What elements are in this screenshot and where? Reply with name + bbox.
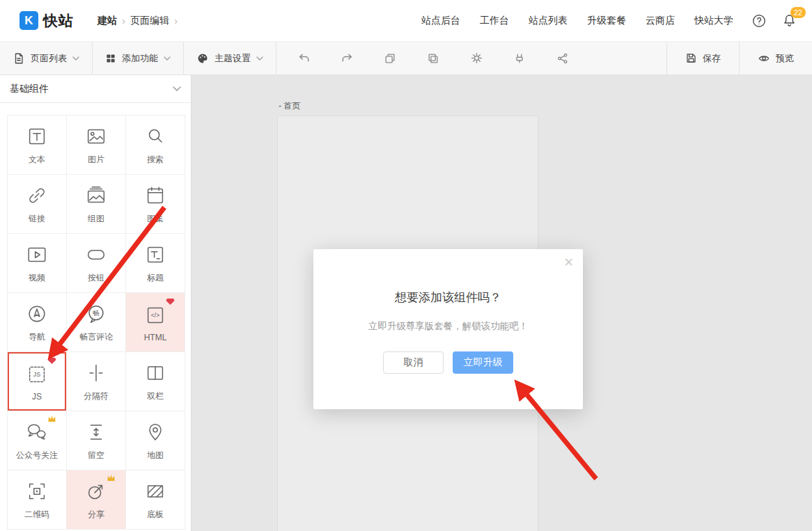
comment-icon: 畅 [84, 301, 108, 326]
nav-site-admin[interactable]: 站点后台 [421, 15, 460, 27]
button-icon [84, 242, 108, 267]
component-spacer[interactable]: 留空 [67, 411, 126, 470]
header-nav: 站点后台工作台站点列表升级套餐云商店快站大学 [402, 15, 733, 27]
component-text[interactable]: 文本 [8, 116, 67, 175]
component-label: 图片 [88, 154, 104, 166]
upgrade-button[interactable]: 立即升级 [453, 351, 513, 374]
spacer-icon [84, 420, 108, 445]
component-label: 分隔符 [84, 390, 109, 402]
dialog-title: 想要添加该组件吗？ [313, 290, 583, 306]
vip-gem-badge [47, 357, 56, 365]
component-comment[interactable]: 畅畅言评论 [67, 293, 126, 352]
toolbar-icon-buttons [282, 42, 584, 74]
dialog-subtitle: 立即升级尊享版套餐，解锁该功能吧！ [313, 320, 583, 333]
qrcode-icon [25, 479, 49, 504]
map-icon [143, 420, 167, 445]
wechat-follow-icon [25, 420, 49, 445]
nav-icon [25, 301, 49, 326]
notification-badge: 22 [790, 7, 806, 18]
component-label: 按钮 [88, 272, 104, 284]
component-label: 底板 [147, 509, 164, 521]
help-button[interactable] [751, 13, 767, 29]
theme-settings-dropdown[interactable]: 主题设置 [184, 42, 276, 74]
svg-text:</>: </> [151, 312, 159, 319]
nav-upgrade-plan[interactable]: 升级套餐 [587, 15, 626, 27]
component-label: 畅言评论 [79, 331, 113, 343]
undo-button[interactable] [282, 42, 325, 75]
video-icon [25, 242, 49, 267]
copy-button[interactable] [412, 42, 455, 75]
pattern-icon [143, 479, 167, 504]
image-icon [84, 124, 108, 149]
component-album[interactable]: 图集 [126, 175, 185, 234]
component-label: 文本 [29, 154, 45, 166]
component-label: 二维码 [24, 509, 49, 521]
preview-button[interactable]: 预览 [739, 42, 812, 74]
component-wechat-follow[interactable]: 公众号关注 [8, 411, 67, 470]
duplicate-button[interactable] [368, 42, 412, 75]
brand-name: 快站 [43, 11, 74, 31]
gear-icon [470, 51, 483, 65]
component-map[interactable]: 地图 [126, 411, 185, 470]
breadcrumb-page-editor[interactable]: 页面编辑 [130, 15, 169, 27]
redo-icon [341, 51, 354, 65]
component-label: 公众号关注 [16, 450, 58, 461]
component-heading[interactable]: 标题 [126, 234, 185, 293]
chevron-right-icon: › [174, 15, 178, 26]
component-divider[interactable]: 分隔符 [67, 352, 126, 411]
nav-kuaizhan-academy[interactable]: 快站大学 [694, 15, 733, 27]
component-button[interactable]: 按钮 [67, 234, 126, 293]
heading-icon [143, 242, 167, 267]
component-js[interactable]: JSJS [8, 352, 67, 411]
notifications-button[interactable]: 22 [782, 13, 797, 28]
page-list-label: 页面列表 [31, 52, 67, 65]
brand-logo[interactable]: K 快站 [19, 11, 74, 31]
theme-palette-icon [196, 52, 209, 65]
nav-workbench[interactable]: 工作台 [480, 15, 509, 27]
breadcrumb-site-builder[interactable]: 建站 [97, 15, 117, 27]
component-share[interactable]: 分享 [67, 470, 126, 530]
cancel-button[interactable]: 取消 [383, 351, 444, 374]
component-html[interactable]: </>HTML [126, 293, 185, 352]
page-name-label: - 首页 [279, 100, 300, 112]
settings-button[interactable] [455, 42, 498, 75]
chevron-down-icon [72, 56, 79, 61]
js-icon: JS [25, 362, 49, 387]
component-grid: 文本图片搜索链接组图图集视频按钮标题导航畅畅言评论</>HTMLJSJS分隔符双… [7, 115, 186, 530]
component-label: 链接 [29, 213, 45, 225]
save-button[interactable]: 保存 [666, 42, 739, 74]
plugin-button[interactable] [498, 42, 541, 75]
component-qrcode[interactable]: 二维码 [8, 470, 67, 530]
component-pattern[interactable]: 底板 [126, 470, 185, 530]
share-icon [84, 479, 108, 504]
chevron-right-icon: › [122, 15, 125, 26]
top-header: K 快站 建站 › 页面编辑 › 站点后台工作台站点列表升级套餐云商店快站大学 … [0, 0, 812, 42]
components-sidebar: 基础组件 文本图片搜索链接组图图集视频按钮标题导航畅畅言评论</>HTMLJSJ… [0, 75, 192, 531]
gallery-icon [84, 183, 108, 208]
component-nav[interactable]: 导航 [8, 293, 67, 352]
preview-label: 预览 [776, 52, 794, 65]
add-feature-dropdown[interactable]: 添加功能 [93, 42, 184, 74]
close-icon[interactable]: × [564, 255, 573, 270]
component-label: 留空 [88, 450, 104, 461]
plug-icon [513, 52, 526, 65]
eye-icon [758, 52, 770, 65]
page-list-dropdown[interactable]: 页面列表 [0, 42, 93, 74]
component-gallery[interactable]: 组图 [67, 175, 126, 234]
component-video[interactable]: 视频 [8, 234, 67, 293]
component-label: 组图 [88, 213, 104, 225]
share-page-button[interactable] [541, 42, 584, 75]
component-image[interactable]: 图片 [67, 116, 126, 175]
columns-icon [143, 360, 167, 386]
component-search[interactable]: 搜索 [126, 116, 185, 175]
nav-site-list[interactable]: 站点列表 [529, 15, 568, 27]
text-icon [25, 124, 49, 149]
kuaizhan-logo-icon: K [19, 11, 38, 30]
component-label: 分享 [88, 509, 104, 521]
component-link[interactable]: 链接 [8, 175, 67, 234]
redo-button[interactable] [325, 42, 368, 75]
basic-components-section-header[interactable]: 基础组件 [0, 75, 191, 103]
nav-cloud-store[interactable]: 云商店 [646, 15, 675, 27]
album-icon [143, 183, 167, 208]
component-columns[interactable]: 双栏 [126, 352, 185, 411]
